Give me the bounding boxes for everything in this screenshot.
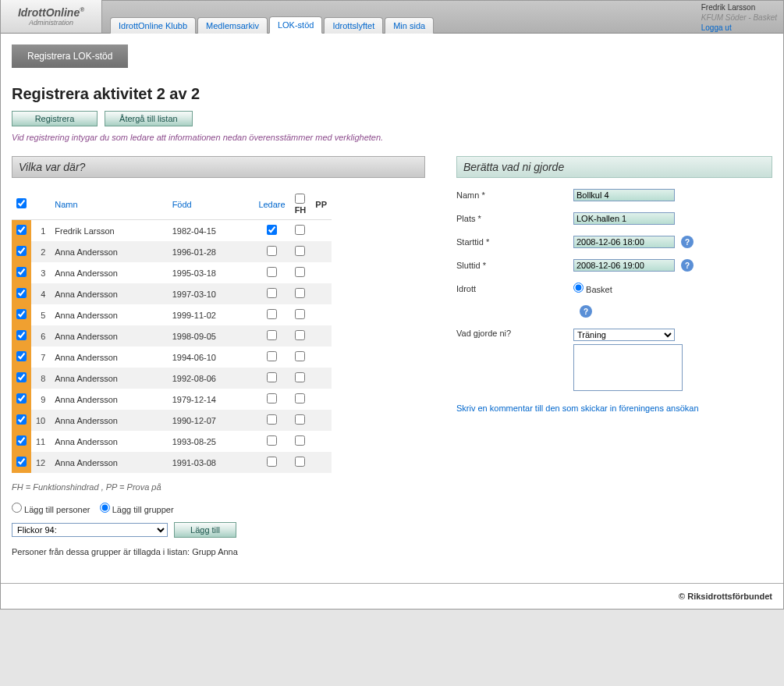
- row-leader-checkbox[interactable]: [267, 393, 277, 403]
- col-pp: PP: [310, 189, 332, 220]
- row-name: Anna Andersson: [50, 389, 167, 410]
- logout-link[interactable]: Logga ut: [701, 23, 777, 33]
- user-name: Fredrik Larsson: [701, 2, 777, 12]
- table-row: 8Anna Andersson1992-08-06: [12, 368, 332, 389]
- row-select-checkbox[interactable]: [16, 225, 27, 235]
- comment-link[interactable]: Skriv en kommentar till den som skickar …: [456, 403, 737, 413]
- row-leader-checkbox[interactable]: [267, 457, 277, 467]
- topbar: IdrottOnline® Administration IdrottOnlin…: [1, 1, 783, 34]
- row-fh-checkbox[interactable]: [295, 351, 305, 361]
- activity-select[interactable]: Träning: [573, 329, 675, 341]
- subtab[interactable]: Registrera LOK-stöd: [12, 44, 128, 68]
- row-leader-checkbox[interactable]: [267, 414, 277, 425]
- row-name: Anna Andersson: [50, 452, 167, 473]
- row-select-checkbox[interactable]: [16, 457, 27, 467]
- add-persons-radio[interactable]: Lägg till personer: [12, 505, 90, 514]
- row-select-checkbox[interactable]: [16, 393, 27, 403]
- back-button[interactable]: Återgå till listan: [105, 111, 193, 126]
- row-born: 1994-06-10: [168, 347, 254, 368]
- table-row: 2Anna Andersson1996-01-28: [12, 241, 332, 262]
- row-leader-checkbox[interactable]: [267, 330, 277, 340]
- row-fh-checkbox[interactable]: [295, 393, 305, 403]
- attendance-header: Vilka var där?: [12, 156, 425, 178]
- table-row: 11Anna Andersson1993-08-25: [12, 431, 332, 452]
- row-fh-checkbox[interactable]: [295, 414, 305, 425]
- tab-min-sida[interactable]: Min sida: [385, 17, 434, 34]
- row-index: 11: [31, 431, 50, 452]
- add-button[interactable]: Lägg till: [174, 522, 236, 538]
- row-fh-checkbox[interactable]: [295, 267, 305, 277]
- row-leader-checkbox[interactable]: [267, 372, 277, 382]
- table-row: 5Anna Andersson1999-11-02: [12, 304, 332, 325]
- row-leader-checkbox[interactable]: [267, 267, 277, 277]
- row-select-checkbox[interactable]: [16, 414, 27, 425]
- table-row: 6Anna Andersson1998-09-05: [12, 325, 332, 347]
- row-fh-checkbox[interactable]: [295, 457, 305, 467]
- row-name: Anna Andersson: [50, 325, 167, 347]
- group-select[interactable]: Flickor 94:: [12, 523, 168, 537]
- attendance-table: Namn Född Ledare FH PP 1Fredrik Larsson1…: [12, 189, 332, 473]
- tab-lok-stöd[interactable]: LOK-stöd: [269, 16, 322, 34]
- app-window: IdrottOnline® Administration IdrottOnlin…: [0, 0, 784, 610]
- label-end: Sluttid *: [456, 261, 573, 270]
- place-input[interactable]: [573, 212, 675, 225]
- row-born: 1998-09-05: [168, 325, 254, 347]
- row-index: 7: [31, 347, 50, 368]
- col-born[interactable]: Född: [168, 189, 254, 220]
- row-select-checkbox[interactable]: [16, 372, 27, 382]
- start-input[interactable]: [573, 236, 675, 248]
- register-button[interactable]: Registrera: [12, 111, 98, 126]
- activity-header: Berätta vad ni gjorde: [456, 156, 772, 178]
- fh-all-checkbox[interactable]: [295, 194, 305, 204]
- row-leader-checkbox[interactable]: [267, 309, 277, 319]
- table-row: 1Fredrik Larsson1982-04-15: [12, 220, 332, 242]
- label-start: Starttid *: [456, 237, 573, 247]
- row-select-checkbox[interactable]: [16, 267, 27, 277]
- tab-idrottonline-klubb[interactable]: IdrottOnline Klubb: [110, 17, 196, 34]
- activity-textarea[interactable]: [573, 344, 683, 391]
- row-born: 1992-08-06: [168, 368, 254, 389]
- row-select-checkbox[interactable]: [16, 309, 27, 319]
- row-select-checkbox[interactable]: [16, 288, 27, 298]
- tab-medlemsarkiv[interactable]: Medlemsarkiv: [197, 17, 268, 34]
- sport-radio[interactable]: Basket: [573, 283, 612, 294]
- row-index: 4: [31, 283, 50, 304]
- row-leader-checkbox[interactable]: [267, 225, 277, 235]
- table-row: 7Anna Andersson1994-06-10: [12, 347, 332, 368]
- row-fh-checkbox[interactable]: [295, 372, 305, 382]
- row-name: Anna Andersson: [50, 410, 167, 431]
- row-fh-checkbox[interactable]: [295, 246, 305, 256]
- row-select-checkbox[interactable]: [16, 351, 27, 361]
- col-name[interactable]: Namn: [50, 189, 167, 220]
- add-groups-radio[interactable]: Lägg till grupper: [100, 505, 174, 514]
- row-fh-checkbox[interactable]: [295, 330, 305, 340]
- row-select-checkbox[interactable]: [16, 435, 27, 446]
- row-born: 1996-01-28: [168, 241, 254, 262]
- row-name: Anna Andersson: [50, 241, 167, 262]
- end-input[interactable]: [573, 259, 675, 272]
- row-born: 1990-12-07: [168, 410, 254, 431]
- row-index: 6: [31, 325, 50, 347]
- row-fh-checkbox[interactable]: [295, 435, 305, 446]
- help-icon[interactable]: ?: [681, 236, 694, 248]
- row-index: 8: [31, 368, 50, 389]
- help-icon[interactable]: ?: [580, 305, 592, 318]
- row-select-checkbox[interactable]: [16, 330, 27, 340]
- row-fh-checkbox[interactable]: [295, 309, 305, 319]
- help-icon[interactable]: ?: [681, 259, 694, 272]
- row-fh-checkbox[interactable]: [295, 225, 305, 235]
- row-born: 1997-03-10: [168, 283, 254, 304]
- select-all-checkbox[interactable]: [16, 198, 27, 208]
- row-index: 3: [31, 262, 50, 283]
- tab-idrottslyftet[interactable]: Idrottslyftet: [324, 17, 383, 34]
- row-leader-checkbox[interactable]: [267, 351, 277, 361]
- row-select-checkbox[interactable]: [16, 246, 27, 256]
- row-leader-checkbox[interactable]: [267, 435, 277, 446]
- row-name: Anna Andersson: [50, 283, 167, 304]
- row-leader-checkbox[interactable]: [267, 288, 277, 298]
- legend: FH = Funktionshindrad , PP = Prova på: [12, 482, 425, 492]
- name-input[interactable]: [573, 189, 675, 201]
- row-leader-checkbox[interactable]: [267, 246, 277, 256]
- row-fh-checkbox[interactable]: [295, 288, 305, 298]
- col-leader[interactable]: Ledare: [254, 189, 289, 220]
